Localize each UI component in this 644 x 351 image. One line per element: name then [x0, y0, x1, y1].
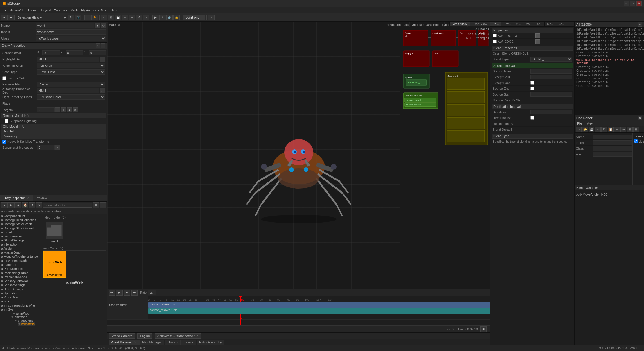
folder-animcompressionprofile[interactable]: animcompressionprofile [0, 303, 42, 307]
folder-aiSensoryBehavior[interactable]: aiSensoryBehavior [0, 279, 42, 283]
nav-animweb1[interactable]: animweb [1, 209, 14, 213]
rate-input[interactable] [148, 290, 156, 295]
co-tab[interactable]: Co... [556, 22, 567, 26]
folder-aimovementgraph[interactable]: aimovementgraph [0, 259, 42, 263]
help-icon[interactable]: ? [208, 15, 215, 20]
ded-collapse-btn[interactable]: ⊟ [633, 127, 639, 132]
menu-file[interactable]: File [2, 8, 7, 12]
ded-copy-btn[interactable]: ⧉ [601, 127, 607, 132]
folder-aiMonsterType[interactable]: aiMonsterTypeInheritance [0, 255, 42, 259]
pa-tab[interactable]: Pa... [490, 22, 501, 26]
animweb-btn-bar[interactable]: AnimWeb: .../arachnotron* ✕ [155, 333, 201, 339]
asset-playable[interactable]: playable [43, 221, 65, 243]
folder-animWeb[interactable]: ▼ animWeb ▼ animweb ▼ characte [0, 311, 42, 326]
folder-aiComponentList[interactable]: aiComponentList [0, 214, 42, 218]
tl-play-btn[interactable]: ▶ [116, 290, 123, 296]
ded-close-btn[interactable]: ✕ [638, 116, 642, 120]
entity-hierarchy-tab[interactable]: Entity Hierarchy [197, 340, 224, 345]
dest-anim-input[interactable] [530, 110, 572, 114]
aw-edge-j-cb[interactable] [493, 34, 497, 37]
bind-info-section[interactable]: Bind Info [1, 129, 106, 134]
light-targeting-select[interactable]: Emissive Color [37, 94, 105, 100]
network-cb[interactable] [2, 140, 6, 144]
ep-close-btn[interactable]: ✕ [96, 43, 100, 48]
automap-input[interactable] [37, 88, 99, 93]
world-camera-btn[interactable]: World Camera [109, 333, 135, 339]
name-options-btn[interactable]: ▼ [95, 23, 100, 28]
targets-sel-btn[interactable]: ◈ [67, 107, 72, 112]
dormancy-section[interactable]: Dormancy [1, 134, 106, 139]
folder-aiUpgrades[interactable]: aiUpgrades [0, 291, 42, 295]
asset-up-btn[interactable]: ▲ [15, 202, 21, 208]
ded-redo-btn[interactable]: ↪ [620, 127, 626, 132]
source-anim-input[interactable] [530, 69, 572, 74]
folder-aiGlobalSettings[interactable]: aiGlobalSettings [0, 238, 42, 242]
ded-paste-btn[interactable]: 📋 [608, 127, 614, 132]
camera-btn[interactable]: 📷 [75, 15, 81, 20]
entity-inspector-tab-close[interactable]: ✕ [27, 196, 30, 200]
suppress-light-rig-cb[interactable] [5, 119, 8, 123]
when-to-save-select[interactable]: No Save [37, 63, 105, 68]
entity-inspector-tab[interactable]: Entity Inspector ✕ [0, 195, 33, 201]
layer-default-cb[interactable] [634, 139, 638, 143]
source-start-input[interactable] [530, 92, 572, 97]
asset-settings-btn[interactable]: ⚙ [93, 202, 99, 208]
ded-cut-btn[interactable]: ✂ [595, 127, 601, 132]
remove-flag-select[interactable]: Never [37, 82, 105, 87]
groups-tab[interactable]: Groups [165, 340, 181, 345]
ep-expand-btn[interactable]: □ [101, 43, 105, 48]
folder-aiDamageStateOverride[interactable]: aiDamageStateOverride [0, 226, 42, 230]
folder-aifsimmanager[interactable]: aifsimmanager [0, 234, 42, 238]
back-btn[interactable]: ◄ [1, 15, 8, 20]
except-loop-cb[interactable] [530, 81, 534, 85]
ded-save-btn[interactable]: 💾 [589, 127, 594, 132]
ded-expand-btn[interactable]: ⊞ [627, 127, 633, 132]
minimize-btn[interactable]: ─ [624, 1, 629, 6]
3d-viewport[interactable]: Material md6def/characters/monsters/arac… [107, 22, 490, 289]
class-select[interactable]: idWorldSpawn [36, 36, 106, 41]
ded-name-input[interactable] [593, 135, 632, 139]
folder-aiPositioningFarms[interactable]: aiPositioningFarms [0, 271, 42, 275]
render-model-section[interactable]: Render Model Info [1, 113, 106, 118]
folder-ammo[interactable]: ammo [0, 299, 42, 303]
track-content-1[interactable]: cannon_relaxed : run [148, 302, 490, 308]
folder-aiPoolNumbers[interactable]: aiPoolNumbers [0, 267, 42, 271]
rotate-btn[interactable]: ↺ [136, 15, 142, 20]
folder-aiDamageDecICollection[interactable]: aiDamageDeclCollection [0, 218, 42, 222]
asset-view-btn[interactable]: ☰ [100, 202, 106, 208]
source-end-cb[interactable] [530, 87, 534, 90]
timeline-end-btn[interactable]: ◼ [480, 326, 487, 332]
ded-new-btn[interactable]: □ [576, 127, 582, 132]
nav-characters[interactable]: characters [31, 209, 46, 213]
name-input[interactable] [36, 23, 94, 28]
aw-edge-cb[interactable] [493, 40, 497, 43]
menu-theme[interactable]: Theme [28, 8, 37, 12]
ded-view-menu[interactable]: View [584, 121, 596, 126]
nav-monsters[interactable]: monsters [48, 209, 61, 213]
name-refresh-btn[interactable]: ↻ [101, 23, 106, 28]
folder-aiStaticSettings[interactable]: aiStaticSettings [0, 287, 42, 291]
animweb-close-icon[interactable]: ✕ [196, 334, 198, 337]
ded-file-input[interactable] [593, 152, 632, 157]
maximize-btn[interactable]: □ [630, 1, 635, 6]
sound-offset-x[interactable] [42, 50, 60, 55]
asset-animweb[interactable]: animWeb arachnotron [43, 251, 66, 278]
folder-aipangraph[interactable]: aipangraph [0, 263, 42, 267]
highlight-ded-input[interactable] [37, 57, 99, 62]
ded-class-input[interactable] [593, 146, 632, 151]
tl-stop-btn[interactable]: ■ [124, 290, 130, 296]
folder-monsters[interactable]: ▼ monsters [18, 322, 35, 326]
folder-aiMasterGraph[interactable]: aiMasterGraph [0, 250, 42, 255]
preview-tab[interactable]: Preview [33, 195, 50, 201]
cut-btn[interactable]: ✂ [122, 15, 128, 20]
folder-characters[interactable]: ▼ characters [14, 319, 35, 322]
save-type-select[interactable]: Level Data [37, 69, 105, 75]
tl-rewind-btn[interactable]: ⏮ [109, 290, 115, 296]
ded-open-btn[interactable]: 📂 [582, 127, 588, 132]
menu-help[interactable]: Help [111, 8, 117, 12]
engine-btn[interactable]: Engine [137, 333, 152, 339]
menu-mods[interactable]: Mods : My Awesome Mod [71, 8, 107, 12]
nav-animweb2[interactable]: animweb [16, 209, 29, 213]
menu-animweb[interactable]: AnimWeb [10, 8, 24, 12]
close-btn[interactable]: ✕ [636, 1, 642, 6]
